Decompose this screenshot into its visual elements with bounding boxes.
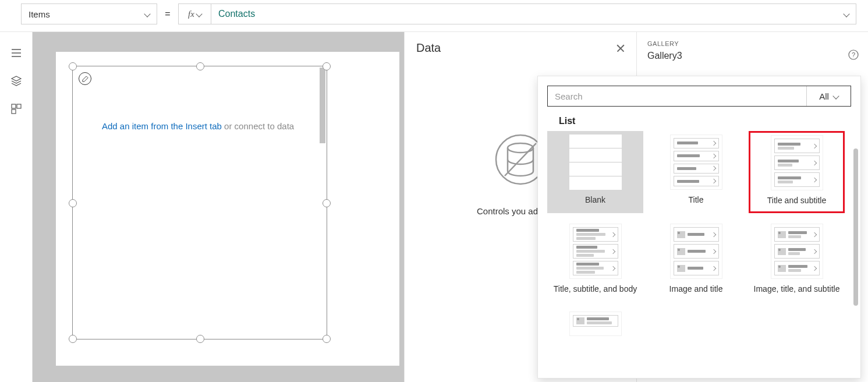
svg-rect-2 [12, 109, 16, 114]
layout-title-subtitle[interactable]: Title and subtitle [749, 131, 845, 213]
resize-handle[interactable] [323, 335, 331, 343]
gallery-panel: GALLERY Gallery3 ? [637, 32, 868, 69]
equals-label: = [157, 9, 178, 19]
layers-icon[interactable] [10, 75, 22, 87]
edit-icon[interactable] [79, 72, 91, 85]
layout-title-subtitle-body[interactable]: Title, subtitle, and body [547, 220, 643, 301]
left-rail [0, 32, 33, 382]
chevron-down-icon [843, 10, 849, 17]
formula-value: Contacts [218, 9, 255, 19]
resize-handle[interactable] [196, 62, 204, 70]
fx-label: fx [188, 9, 194, 19]
formula-input[interactable]: Contacts [211, 3, 856, 24]
svg-text:?: ? [852, 51, 855, 58]
scrollbar[interactable] [320, 68, 325, 143]
selected-gallery[interactable]: Add an item from the Insert tab or conne… [72, 66, 327, 339]
hamburger-icon[interactable] [10, 47, 22, 59]
layout-title[interactable]: Title [648, 131, 744, 213]
resize-handle[interactable] [196, 335, 204, 343]
scrollbar[interactable] [853, 148, 858, 306]
chevron-down-icon [832, 93, 839, 99]
chevron-down-icon [196, 10, 202, 17]
formula-bar: Items = fx Contacts [21, 3, 856, 24]
components-icon[interactable] [10, 103, 22, 115]
help-icon[interactable]: ? [848, 49, 859, 60]
resize-handle[interactable] [69, 335, 77, 343]
resize-handle[interactable] [69, 199, 77, 207]
layout-more[interactable] [547, 308, 643, 343]
resize-handle[interactable] [323, 62, 331, 70]
chevron-down-icon [144, 10, 150, 17]
filter-dropdown[interactable]: All [806, 86, 851, 106]
layout-blank[interactable]: Blank [547, 131, 643, 213]
layout-picker: All List Blank Title [537, 76, 861, 379]
search-box: All [547, 86, 851, 107]
data-panel-title: Data [416, 41, 441, 55]
category-title: List [559, 116, 851, 126]
svg-rect-0 [12, 104, 16, 108]
svg-rect-1 [17, 104, 21, 108]
screen[interactable]: Add an item from the Insert tab or conne… [56, 52, 399, 366]
resize-handle[interactable] [323, 199, 331, 207]
fx-button[interactable]: fx [178, 3, 211, 24]
search-input[interactable] [548, 86, 806, 106]
svg-line-5 [505, 143, 536, 176]
layout-image-title[interactable]: Image and title [648, 220, 744, 301]
resize-handle[interactable] [69, 62, 77, 70]
gallery-label: GALLERY [647, 40, 858, 47]
gallery-name: Gallery3 [647, 51, 858, 61]
close-icon[interactable] [617, 44, 625, 52]
property-dropdown[interactable]: Items [21, 3, 157, 24]
empty-gallery-text: Add an item from the Insert tab or conne… [102, 121, 294, 131]
layout-image-title-subtitle[interactable]: Image, title, and subtitle [749, 220, 845, 301]
property-label: Items [29, 9, 50, 19]
